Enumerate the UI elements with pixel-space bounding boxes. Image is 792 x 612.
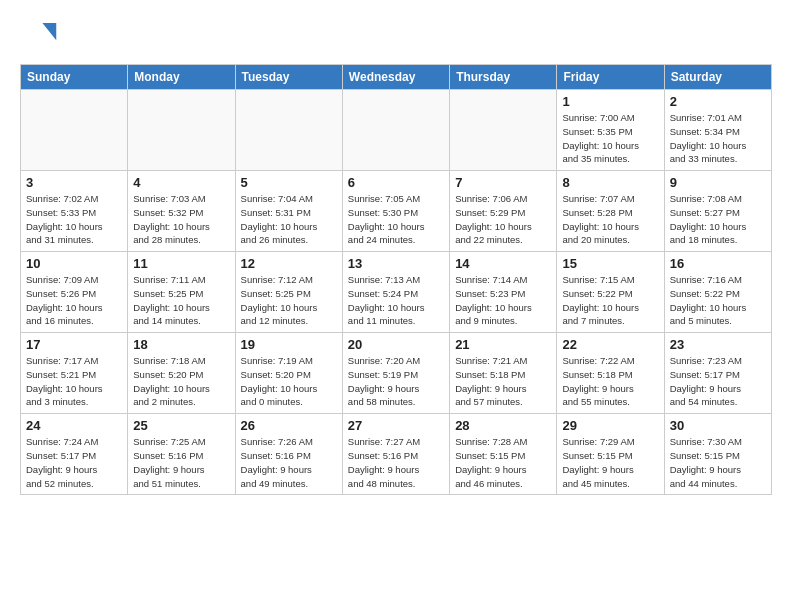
- day-number: 4: [133, 175, 229, 190]
- day-info: Sunrise: 7:29 AMSunset: 5:15 PMDaylight:…: [562, 435, 658, 490]
- day-number: 14: [455, 256, 551, 271]
- day-info: Sunrise: 7:25 AMSunset: 5:16 PMDaylight:…: [133, 435, 229, 490]
- logo: [20, 16, 64, 54]
- day-number: 21: [455, 337, 551, 352]
- calendar-day-header: Tuesday: [235, 65, 342, 90]
- calendar-cell: 1Sunrise: 7:00 AMSunset: 5:35 PMDaylight…: [557, 90, 664, 171]
- calendar-cell: 27Sunrise: 7:27 AMSunset: 5:16 PMDayligh…: [342, 414, 449, 495]
- calendar-cell: 4Sunrise: 7:03 AMSunset: 5:32 PMDaylight…: [128, 171, 235, 252]
- calendar-cell: 18Sunrise: 7:18 AMSunset: 5:20 PMDayligh…: [128, 333, 235, 414]
- day-number: 16: [670, 256, 766, 271]
- day-number: 8: [562, 175, 658, 190]
- day-info: Sunrise: 7:19 AMSunset: 5:20 PMDaylight:…: [241, 354, 337, 409]
- calendar-cell: 28Sunrise: 7:28 AMSunset: 5:15 PMDayligh…: [450, 414, 557, 495]
- day-info: Sunrise: 7:24 AMSunset: 5:17 PMDaylight:…: [26, 435, 122, 490]
- day-info: Sunrise: 7:27 AMSunset: 5:16 PMDaylight:…: [348, 435, 444, 490]
- calendar-week-row: 17Sunrise: 7:17 AMSunset: 5:21 PMDayligh…: [21, 333, 772, 414]
- day-info: Sunrise: 7:06 AMSunset: 5:29 PMDaylight:…: [455, 192, 551, 247]
- calendar-week-row: 24Sunrise: 7:24 AMSunset: 5:17 PMDayligh…: [21, 414, 772, 495]
- calendar-cell: 22Sunrise: 7:22 AMSunset: 5:18 PMDayligh…: [557, 333, 664, 414]
- calendar: SundayMondayTuesdayWednesdayThursdayFrid…: [20, 64, 772, 495]
- calendar-cell: 6Sunrise: 7:05 AMSunset: 5:30 PMDaylight…: [342, 171, 449, 252]
- day-info: Sunrise: 7:20 AMSunset: 5:19 PMDaylight:…: [348, 354, 444, 409]
- calendar-cell: 19Sunrise: 7:19 AMSunset: 5:20 PMDayligh…: [235, 333, 342, 414]
- day-info: Sunrise: 7:11 AMSunset: 5:25 PMDaylight:…: [133, 273, 229, 328]
- calendar-day-header: Wednesday: [342, 65, 449, 90]
- day-info: Sunrise: 7:08 AMSunset: 5:27 PMDaylight:…: [670, 192, 766, 247]
- day-number: 30: [670, 418, 766, 433]
- day-number: 26: [241, 418, 337, 433]
- calendar-week-row: 1Sunrise: 7:00 AMSunset: 5:35 PMDaylight…: [21, 90, 772, 171]
- day-number: 1: [562, 94, 658, 109]
- calendar-day-header: Saturday: [664, 65, 771, 90]
- calendar-cell: 11Sunrise: 7:11 AMSunset: 5:25 PMDayligh…: [128, 252, 235, 333]
- day-number: 24: [26, 418, 122, 433]
- day-info: Sunrise: 7:17 AMSunset: 5:21 PMDaylight:…: [26, 354, 122, 409]
- calendar-cell: 25Sunrise: 7:25 AMSunset: 5:16 PMDayligh…: [128, 414, 235, 495]
- day-number: 17: [26, 337, 122, 352]
- page: SundayMondayTuesdayWednesdayThursdayFrid…: [0, 0, 792, 505]
- day-number: 28: [455, 418, 551, 433]
- calendar-header-row: SundayMondayTuesdayWednesdayThursdayFrid…: [21, 65, 772, 90]
- calendar-cell: 5Sunrise: 7:04 AMSunset: 5:31 PMDaylight…: [235, 171, 342, 252]
- day-info: Sunrise: 7:15 AMSunset: 5:22 PMDaylight:…: [562, 273, 658, 328]
- day-number: 27: [348, 418, 444, 433]
- day-info: Sunrise: 7:07 AMSunset: 5:28 PMDaylight:…: [562, 192, 658, 247]
- day-info: Sunrise: 7:02 AMSunset: 5:33 PMDaylight:…: [26, 192, 122, 247]
- calendar-cell: 24Sunrise: 7:24 AMSunset: 5:17 PMDayligh…: [21, 414, 128, 495]
- day-number: 2: [670, 94, 766, 109]
- day-number: 13: [348, 256, 444, 271]
- day-number: 19: [241, 337, 337, 352]
- logo-icon: [20, 16, 58, 54]
- day-number: 11: [133, 256, 229, 271]
- calendar-week-row: 10Sunrise: 7:09 AMSunset: 5:26 PMDayligh…: [21, 252, 772, 333]
- header: [20, 16, 772, 54]
- calendar-cell: 8Sunrise: 7:07 AMSunset: 5:28 PMDaylight…: [557, 171, 664, 252]
- day-number: 18: [133, 337, 229, 352]
- day-number: 9: [670, 175, 766, 190]
- calendar-day-header: Monday: [128, 65, 235, 90]
- calendar-cell: [128, 90, 235, 171]
- calendar-cell: 17Sunrise: 7:17 AMSunset: 5:21 PMDayligh…: [21, 333, 128, 414]
- day-number: 5: [241, 175, 337, 190]
- calendar-week-row: 3Sunrise: 7:02 AMSunset: 5:33 PMDaylight…: [21, 171, 772, 252]
- calendar-cell: 3Sunrise: 7:02 AMSunset: 5:33 PMDaylight…: [21, 171, 128, 252]
- calendar-cell: 21Sunrise: 7:21 AMSunset: 5:18 PMDayligh…: [450, 333, 557, 414]
- calendar-cell: 16Sunrise: 7:16 AMSunset: 5:22 PMDayligh…: [664, 252, 771, 333]
- day-info: Sunrise: 7:18 AMSunset: 5:20 PMDaylight:…: [133, 354, 229, 409]
- calendar-cell: [21, 90, 128, 171]
- calendar-cell: 10Sunrise: 7:09 AMSunset: 5:26 PMDayligh…: [21, 252, 128, 333]
- day-number: 10: [26, 256, 122, 271]
- day-number: 25: [133, 418, 229, 433]
- day-number: 3: [26, 175, 122, 190]
- calendar-cell: 15Sunrise: 7:15 AMSunset: 5:22 PMDayligh…: [557, 252, 664, 333]
- calendar-cell: 12Sunrise: 7:12 AMSunset: 5:25 PMDayligh…: [235, 252, 342, 333]
- day-number: 22: [562, 337, 658, 352]
- calendar-cell: 20Sunrise: 7:20 AMSunset: 5:19 PMDayligh…: [342, 333, 449, 414]
- day-number: 7: [455, 175, 551, 190]
- calendar-day-header: Friday: [557, 65, 664, 90]
- calendar-cell: 26Sunrise: 7:26 AMSunset: 5:16 PMDayligh…: [235, 414, 342, 495]
- day-info: Sunrise: 7:21 AMSunset: 5:18 PMDaylight:…: [455, 354, 551, 409]
- calendar-cell: 13Sunrise: 7:13 AMSunset: 5:24 PMDayligh…: [342, 252, 449, 333]
- day-number: 29: [562, 418, 658, 433]
- day-info: Sunrise: 7:22 AMSunset: 5:18 PMDaylight:…: [562, 354, 658, 409]
- day-info: Sunrise: 7:13 AMSunset: 5:24 PMDaylight:…: [348, 273, 444, 328]
- calendar-cell: [235, 90, 342, 171]
- calendar-cell: 9Sunrise: 7:08 AMSunset: 5:27 PMDaylight…: [664, 171, 771, 252]
- calendar-cell: 29Sunrise: 7:29 AMSunset: 5:15 PMDayligh…: [557, 414, 664, 495]
- calendar-cell: 23Sunrise: 7:23 AMSunset: 5:17 PMDayligh…: [664, 333, 771, 414]
- day-info: Sunrise: 7:01 AMSunset: 5:34 PMDaylight:…: [670, 111, 766, 166]
- calendar-cell: [450, 90, 557, 171]
- calendar-cell: 14Sunrise: 7:14 AMSunset: 5:23 PMDayligh…: [450, 252, 557, 333]
- day-info: Sunrise: 7:12 AMSunset: 5:25 PMDaylight:…: [241, 273, 337, 328]
- day-number: 23: [670, 337, 766, 352]
- day-info: Sunrise: 7:14 AMSunset: 5:23 PMDaylight:…: [455, 273, 551, 328]
- day-info: Sunrise: 7:26 AMSunset: 5:16 PMDaylight:…: [241, 435, 337, 490]
- day-info: Sunrise: 7:04 AMSunset: 5:31 PMDaylight:…: [241, 192, 337, 247]
- calendar-day-header: Sunday: [21, 65, 128, 90]
- day-info: Sunrise: 7:03 AMSunset: 5:32 PMDaylight:…: [133, 192, 229, 247]
- day-number: 15: [562, 256, 658, 271]
- day-info: Sunrise: 7:09 AMSunset: 5:26 PMDaylight:…: [26, 273, 122, 328]
- day-info: Sunrise: 7:30 AMSunset: 5:15 PMDaylight:…: [670, 435, 766, 490]
